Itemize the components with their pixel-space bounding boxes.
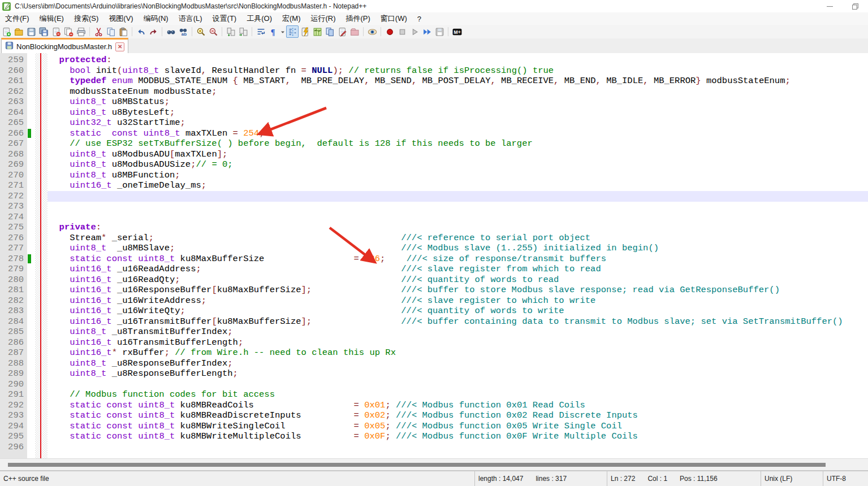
window-title: C:\Users\ibm\Documents\Arduino\libraries… (15, 2, 366, 10)
toolbar-separator (192, 27, 192, 36)
new-file-icon[interactable] (0, 25, 12, 38)
code-line-259: 259 protected: (0, 55, 868, 66)
sync-vertical-icon[interactable] (224, 25, 237, 38)
line-number: 283 (0, 306, 27, 316)
horizontal-scrollbar[interactable] (0, 458, 868, 471)
macro-stop-icon[interactable] (396, 25, 408, 38)
restore-button[interactable] (843, 0, 868, 12)
function-completion-icon[interactable] (299, 25, 311, 38)
markdown-plus-icon[interactable]: M+ (451, 25, 463, 38)
code-line-275: 275 private: (0, 222, 868, 233)
indent-guide-icon[interactable] (286, 25, 299, 38)
menu-item-1[interactable]: 编辑(E) (34, 12, 69, 25)
copy-icon[interactable] (105, 25, 117, 38)
code-line-287: 287 uint16_t* rxBuffer; // from Wire.h -… (0, 348, 868, 358)
caret-down-icon[interactable] (279, 25, 286, 38)
macro-save-icon[interactable] (433, 25, 446, 38)
svg-text:M+: M+ (454, 29, 460, 35)
toolbar-separator (162, 27, 162, 36)
tab-close-icon[interactable]: ✕ (115, 42, 124, 51)
code-line-293: 293 static const uint8_t ku8MBReadDiscre… (0, 410, 868, 421)
cut-icon[interactable] (92, 25, 105, 38)
code-text: modbusStateEnum modbusState; (47, 86, 217, 97)
code-line-296: 296 (0, 442, 868, 453)
open-file-icon[interactable] (12, 25, 25, 38)
toolbar-separator (89, 27, 90, 36)
view-eye-icon[interactable] (366, 25, 378, 38)
code-line-270: 270 uint8_t u8MBFunction; (0, 170, 868, 181)
line-number: 284 (0, 316, 27, 327)
line-number: 272 (0, 191, 27, 202)
status-doc-type: C++ source file (0, 471, 475, 486)
document-map-icon[interactable] (311, 25, 323, 38)
toolbar-separator (222, 27, 222, 36)
code-editor[interactable]: 259 protected:260 bool init(uint8_t slav… (0, 53, 868, 458)
code-text: uint8_t u8ModbusADU[maxTXLen]; (47, 149, 227, 160)
line-number: 280 (0, 275, 27, 285)
code-line-283: 283 uint16_t _u16WriteQty; ///< quantity… (0, 306, 868, 316)
menu-item-9[interactable]: 运行(R) (305, 12, 340, 25)
code-line-282: 282 uint16_t _u16WriteAddress; ///< slav… (0, 296, 868, 306)
menu-item-3[interactable]: 视图(V) (103, 12, 138, 25)
zoom-out-icon[interactable] (207, 25, 219, 38)
menu-item-12[interactable]: ? (412, 14, 426, 24)
menu-item-5[interactable]: 语言(L) (174, 12, 208, 25)
show-all-characters-icon[interactable]: ¶ (267, 25, 279, 38)
line-number: 295 (0, 431, 27, 442)
sync-horizontal-icon[interactable] (237, 25, 249, 38)
menu-item-11[interactable]: 窗口(W) (375, 12, 412, 25)
paste-icon[interactable] (117, 25, 129, 38)
menu-item-2[interactable]: 搜索(S) (69, 12, 103, 25)
print-icon[interactable] (75, 25, 87, 38)
code-text: private: (47, 222, 101, 233)
code-text: uint16_t _u16WriteAddress; ///< slave re… (47, 296, 595, 306)
column-label: Col : 1 (647, 475, 667, 483)
close-all-icon[interactable] (62, 25, 75, 38)
line-number: 294 (0, 421, 27, 432)
zoom-in-icon[interactable] (195, 25, 207, 38)
folder-as-workspace-icon[interactable] (348, 25, 361, 38)
save-all-icon[interactable] (37, 25, 50, 38)
macro-play-icon[interactable] (408, 25, 421, 38)
menu-item-6[interactable]: 设置(T) (208, 12, 242, 25)
replace-icon[interactable]: ab (177, 25, 189, 38)
code-text: uint8_t _u8ResponseBufferLength; (47, 368, 238, 379)
menu-item-0[interactable]: 文件(F) (0, 12, 34, 25)
line-number: 287 (0, 348, 27, 358)
word-wrap-icon[interactable] (254, 25, 267, 38)
code-line-278: 278 static const uint8_t ku8MaxBufferSiz… (0, 254, 868, 264)
menu-item-10[interactable]: 插件(P) (341, 12, 375, 25)
menu-item-4[interactable]: 编码(N) (139, 12, 174, 25)
menu-item-7[interactable]: 工具(O) (241, 12, 277, 25)
line-number: 279 (0, 264, 27, 275)
code-line-292: 292 static const uint8_t ku8MBReadCoils … (0, 400, 868, 411)
line-number: 278 (0, 254, 27, 264)
save-icon[interactable] (25, 25, 37, 38)
code-text: uint16_t _u16TransmitBuffer[ku8MaxBuffer… (47, 316, 843, 327)
status-encoding[interactable]: UTF-8 (823, 471, 868, 486)
line-number: 282 (0, 296, 27, 306)
minimize-button[interactable] (817, 0, 843, 12)
macro-record-icon[interactable] (383, 25, 396, 38)
code-text: uint8_t _u8MBSlave; ///< Modbus slave (1… (47, 243, 659, 254)
sign-document-icon[interactable] (336, 25, 348, 38)
code-text: uint16_t _oneTimeDelay_ms; (47, 180, 206, 191)
redo-icon[interactable] (147, 25, 159, 38)
close-icon[interactable] (50, 25, 62, 38)
code-line-263: 263 uint8_t u8MBStatus; (0, 97, 868, 107)
macro-run-multiple-icon[interactable] (421, 25, 433, 38)
document-switcher-icon[interactable] (323, 25, 336, 38)
undo-icon[interactable] (135, 25, 147, 38)
line-number: 293 (0, 410, 27, 421)
code-line-280: 280 uint16_t _u16ReadQty; ///< quantity … (0, 275, 868, 285)
lines-label: lines : 317 (536, 475, 567, 483)
status-eol-format[interactable]: Unix (LF) (761, 471, 823, 486)
code-line-261: 261 typedef enum MODBUS_STATE_ENUM { MB_… (0, 76, 868, 86)
code-lines: 259 protected:260 bool init(uint8_t slav… (0, 55, 868, 452)
code-line-284: 284 uint16_t _u16TransmitBuffer[ku8MaxBu… (0, 316, 868, 327)
menu-item-8[interactable]: 宏(M) (277, 12, 306, 25)
tab-nonblockingmodbusmaster-h[interactable]: NonBlockingModbusMaster.h ✕ (1, 38, 128, 54)
code-text: uint8_t u8ModbusADUSize;// = 0; (47, 159, 233, 170)
horizontal-scrollbar-thumb[interactable] (8, 463, 826, 467)
find-icon[interactable] (165, 25, 177, 38)
